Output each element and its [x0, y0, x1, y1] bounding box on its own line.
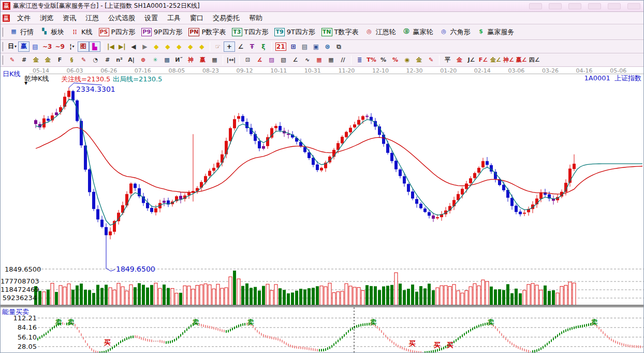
grid-box-icon[interactable]: ▩: [161, 55, 173, 65]
spiral-icon[interactable]: §: [66, 55, 78, 65]
quotes-button[interactable]: ▦行情: [6, 26, 37, 38]
print-icon[interactable]: ⧉: [333, 41, 345, 52]
kline-style-label[interactable]: 乾坤K线: [24, 74, 49, 83]
j-angle-icon[interactable]: J∠: [465, 55, 477, 65]
shift-left-icon[interactable]: ◆: [151, 41, 162, 52]
kline-plot[interactable]: 卖卖卖卖卖卖卖买买买买: [1, 67, 644, 353]
menu-item-工具[interactable]: 工具: [163, 12, 185, 24]
menu-item-公式选股[interactable]: 公式选股: [104, 12, 140, 24]
a-line-icon[interactable]: A|: [125, 55, 137, 65]
9p-square-button[interactable]: P99P四方形: [138, 26, 185, 38]
next-bar-icon[interactable]: ▶: [139, 41, 151, 52]
sectors-button[interactable]: ▚板块: [37, 26, 67, 38]
angle-tool-icon[interactable]: ∠: [235, 41, 246, 52]
box-123-icon[interactable]: ▦: [209, 55, 221, 65]
period-selector-icon[interactable]: 日▾: [6, 41, 18, 52]
rays-icon[interactable]: ∡: [254, 55, 266, 65]
period-label[interactable]: 日K线: [3, 69, 21, 79]
gold-box-icon[interactable]: 金: [453, 55, 465, 65]
time-cycle-icon[interactable]: ◔: [90, 55, 101, 65]
save-icon[interactable]: ▣: [311, 41, 322, 52]
menu-item-资讯[interactable]: 资讯: [58, 12, 81, 24]
ruler-icon[interactable]: #: [18, 55, 30, 65]
chart-region[interactable]: 卖卖卖卖卖卖卖买买买买 日K线 05-1406-0306-2607-1608-0…: [1, 67, 644, 353]
ying-icon[interactable]: 赢: [197, 55, 209, 65]
menu-item-江恩[interactable]: 江恩: [81, 12, 104, 24]
menu-item-帮助[interactable]: 帮助: [244, 12, 267, 24]
shen-icon[interactable]: 神: [185, 55, 197, 65]
hexagon-button[interactable]: ◎六角形: [436, 26, 474, 38]
shen-angle-icon[interactable]: 神∠: [502, 55, 515, 65]
t-square-button[interactable]: T3T四方形: [229, 26, 271, 38]
crosshair-tool-icon[interactable]: +: [224, 41, 235, 52]
golden-ratio-1-icon[interactable]: 金: [30, 55, 42, 65]
window-controls[interactable]: [529, 3, 640, 9]
close-button[interactable]: [627, 3, 640, 9]
p-square-button[interactable]: PSP四方形: [96, 26, 139, 38]
window-button[interactable]: [549, 3, 562, 9]
window-button[interactable]: [529, 3, 542, 9]
gann-wheel-button[interactable]: ◎江恩轮: [362, 26, 399, 38]
marker-icon[interactable]: ✎: [425, 55, 437, 65]
t-percent-icon[interactable]: T%: [365, 55, 377, 65]
toolbar-grip[interactable]: [2, 27, 4, 37]
restore-button[interactable]: [608, 3, 621, 9]
window-button[interactable]: [568, 3, 581, 9]
menu-item-交易委托[interactable]: 交易委托: [208, 12, 244, 24]
p-number-table-button[interactable]: PNP数字表: [185, 26, 229, 38]
percent-line-icon[interactable]: %: [389, 55, 401, 65]
kline-button[interactable]: ¦¦K线: [67, 26, 96, 38]
dragon-tool-icon[interactable]: ξ: [258, 41, 269, 52]
n-square-icon[interactable]: n²: [113, 55, 125, 65]
toolbar-grip[interactable]: [2, 55, 4, 65]
t-number-table-button[interactable]: TNT数字表: [318, 26, 362, 38]
shift-right-icon[interactable]: ◆: [162, 41, 173, 52]
kline-style-dropdown-icon[interactable]: ▼: [24, 81, 27, 86]
gann-star-icon[interactable]: ✳: [149, 55, 161, 65]
grid-black-icon[interactable]: ▦: [325, 55, 337, 65]
pattern-view-icon[interactable]: 图: [78, 41, 89, 52]
calendar-icon[interactable]: 21: [274, 41, 288, 52]
si-angle-icon[interactable]: 四∠: [528, 55, 541, 65]
calculator-icon[interactable]: ⊞: [288, 41, 299, 52]
first-bar-icon[interactable]: |◀: [105, 41, 116, 52]
title-bar[interactable]: 赢 赢家江恩专业版[赢家服务平台] - [上证指数 SH1A0001-252日K…: [1, 1, 644, 12]
menu-item-浏览[interactable]: 浏览: [35, 12, 58, 24]
winner-wheel-button[interactable]: Ⓑ赢家轮: [399, 26, 436, 38]
mini-chart-9-icon[interactable]: ~9: [53, 41, 66, 52]
gold-circle-icon[interactable]: ◉: [401, 55, 413, 65]
ying-angle-icon[interactable]: 赢∠: [515, 55, 528, 65]
winner-service-button[interactable]: $赢家服务: [474, 26, 518, 38]
profile-view-icon[interactable]: ▙: [89, 41, 100, 52]
gann-tool-icon[interactable]: Ŧ: [246, 41, 258, 52]
toolbar-grip[interactable]: [2, 42, 4, 51]
ping-icon[interactable]: 平: [442, 55, 453, 65]
fan-lines-icon[interactable]: ∠: [289, 55, 301, 65]
i-quote-icon[interactable]: И˝: [173, 55, 185, 65]
zoom-all-icon[interactable]: ◆: [196, 41, 208, 52]
golden-ratio-2-icon[interactable]: 金: [42, 55, 54, 65]
menu-item-窗口[interactable]: 窗口: [185, 12, 208, 24]
network-icon[interactable]: ⊛: [322, 41, 333, 52]
grid-red-icon[interactable]: ▦: [313, 55, 325, 65]
gold-angle-icon[interactable]: 金∠: [489, 55, 502, 65]
stats-icon[interactable]: ≣: [354, 55, 365, 65]
candle-style-icon[interactable]: ¦▾: [66, 41, 78, 52]
hand-tool-icon[interactable]: ☞: [212, 41, 224, 52]
rays-box-2-icon[interactable]: ▧: [277, 55, 289, 65]
rect-tool-icon[interactable]: ⊡: [242, 55, 254, 65]
ruler-2-icon[interactable]: #: [101, 55, 113, 65]
parallel-icon[interactable]: //: [337, 55, 349, 65]
zoom-horizontal-icon[interactable]: ◆: [173, 41, 185, 52]
brush-icon[interactable]: ✎: [78, 55, 90, 65]
qiankun-style-icon[interactable]: 赢: [18, 41, 30, 52]
percent-icon[interactable]: %: [377, 55, 389, 65]
rays-box-icon[interactable]: ▨: [266, 55, 277, 65]
prev-bar-icon[interactable]: ◀: [128, 41, 139, 52]
last-bar-icon[interactable]: ▶|: [116, 41, 128, 52]
gold-line-icon[interactable]: 金: [413, 55, 425, 65]
info-view-icon[interactable]: ▤: [30, 41, 41, 52]
menu-item-设置[interactable]: 设置: [140, 12, 163, 24]
fib-levels-icon[interactable]: F: [54, 55, 66, 65]
9t-square-button[interactable]: T99T四方形: [271, 26, 318, 38]
